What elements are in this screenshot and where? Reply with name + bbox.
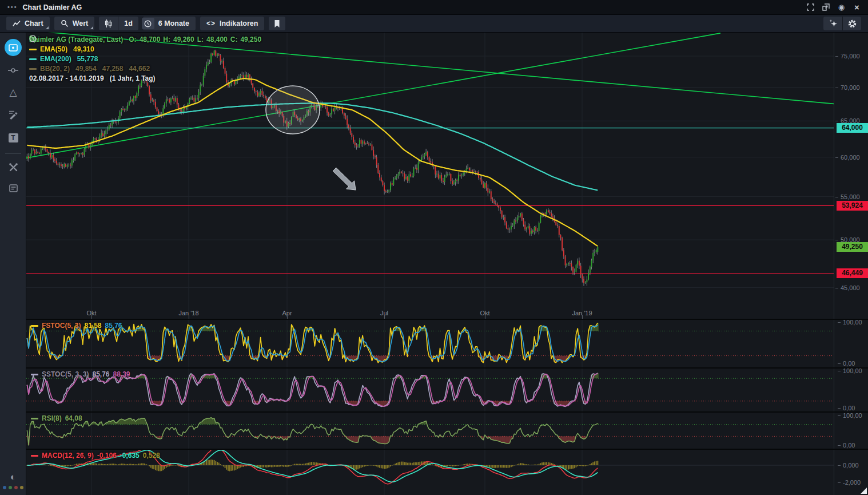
gear-icon [847, 19, 857, 29]
drawing-tools-sidebar: △ T ◐ [0, 33, 26, 495]
fstoc-panel[interactable]: 100,00 0,00 FSTOC(5, 3) 81,58 85,76 [26, 320, 868, 367]
clock-icon [142, 18, 154, 29]
price-tag: 64,000 [837, 123, 868, 133]
symbol-name: Daimler AG (Tradegate, Last) [29, 35, 123, 43]
bookmark-icon [274, 20, 280, 27]
window-titlebar: ••• Chart Daimler AG ◉ × [0, 0, 868, 15]
popout-icon[interactable] [822, 3, 830, 11]
shapes-tool-button[interactable]: △ [0, 88, 26, 97]
ema50-legend-row[interactable]: EMA(50)49,310 [29, 45, 261, 54]
price-tick-label: 75,000 [835, 53, 860, 60]
clock-icon [29, 35, 37, 42]
sstoc-canvas[interactable] [26, 369, 834, 411]
rsi-panel[interactable]: 100,00 0,00 RSI(8) 64,08 [26, 413, 868, 449]
chart-legend: Daimler AG (Tradegate, Last) O:48,700 H:… [29, 35, 261, 84]
candle-style-button[interactable] [99, 17, 118, 30]
workspace-dot-blue[interactable] [3, 486, 6, 489]
price-tag: 53,924 [837, 201, 868, 211]
price-tag-icon [9, 44, 18, 52]
search-icon [61, 19, 69, 27]
price-tag: 49,250 [837, 242, 868, 252]
line-chart-icon [13, 20, 21, 27]
fstoc-canvas[interactable] [26, 320, 834, 367]
sstoc-axis[interactable]: 100,00 0,00 [834, 369, 868, 411]
fstoc-legend[interactable]: FSTOC(5, 3) 81,58 85,76 [31, 322, 122, 330]
macd-legend[interactable]: MACD(12, 26, 9) -0,106 -0,635 0,528 [31, 452, 160, 460]
record-icon[interactable]: ◉ [838, 3, 845, 11]
workspace-dot-green[interactable] [9, 486, 12, 489]
rsi-legend[interactable]: RSI(8) 64,08 [31, 414, 82, 422]
ema50-swatch [29, 49, 37, 50]
interval-button[interactable]: 1d [118, 17, 138, 30]
symbol-legend-row[interactable]: Daimler AG (Tradegate, Last) O:48,700 H:… [29, 35, 261, 44]
ema200-legend-row[interactable]: EMA(200)55,778 [29, 54, 261, 64]
fstoc-swatch [31, 325, 38, 327]
sparkles-icon [829, 19, 838, 28]
tools-button[interactable] [0, 163, 26, 172]
ohlc-values: O:48,700 H:49,260 L:48,400 C:49,250 [129, 35, 261, 43]
close-icon[interactable]: × [853, 3, 861, 11]
layout-button[interactable] [0, 184, 26, 192]
highlight-circle-annotation [266, 86, 320, 134]
price-tick-label: 70,000 [835, 84, 860, 91]
bollinger-swatch [29, 68, 37, 70]
trendline-tool-button[interactable] [0, 66, 26, 74]
panel-list-icon [9, 184, 18, 192]
resize-grip[interactable] [861, 488, 867, 494]
price-axis[interactable]: 75,00070,00065,00060,00055,00050,00045,0… [834, 33, 868, 319]
chart-area: 75,00070,00065,00060,00055,00050,00045,0… [26, 33, 868, 495]
sstoc-panel[interactable]: 100,00 0,00 SSTOC(5, 3, 3) 85,76 88,39 [26, 369, 868, 411]
rsi-canvas[interactable] [26, 413, 834, 449]
macd-swatch [31, 455, 38, 457]
price-tick-label: 55,000 [835, 193, 860, 200]
chart-application-window: ••• Chart Daimler AG ◉ × Chart Wert 1d [0, 0, 868, 495]
window-menu-icon[interactable]: ••• [7, 3, 18, 10]
sstoc-swatch [31, 374, 38, 375]
price-tick-label: 45,000 [835, 284, 860, 291]
macd-panel[interactable]: 0,000 -2,000 MACD(12, 26, 9) -0,106 -0,6… [26, 450, 868, 495]
sstoc-legend[interactable]: SSTOC(5, 3, 3) 85,76 88,39 [31, 370, 130, 378]
sidebar-divider [5, 153, 21, 154]
wrench-icon [9, 163, 18, 172]
rsi-axis[interactable]: 100,00 0,00 [834, 413, 868, 449]
interval-group: 1d [99, 17, 138, 30]
theme-toggle-button[interactable]: ◐ [0, 472, 26, 482]
window-title: Chart Daimler AG [23, 3, 82, 11]
chart-toolbar: Chart Wert 1d 6 Monate <> Indikatoren [0, 15, 868, 33]
bollinger-legend-row[interactable]: BB(20, 2)49,854 47,25844,662 [29, 64, 261, 73]
toolbar-right-group [823, 17, 861, 30]
annotation-tool-button[interactable] [0, 110, 26, 120]
candlestick-icon [105, 19, 112, 28]
text-tool-icon: T [9, 133, 18, 142]
fstoc-axis[interactable]: 100,00 0,00 [834, 320, 868, 367]
period-button[interactable]: 6 Monate [143, 17, 196, 30]
indicators-button[interactable]: <> Indikatoren [200, 17, 264, 30]
workspace-dot-red[interactable] [14, 486, 18, 489]
magic-tools-button[interactable] [823, 17, 842, 30]
text-tool-button[interactable]: T [0, 133, 26, 142]
price-tag: 46,449 [837, 268, 868, 278]
bookmark-button[interactable] [269, 17, 285, 30]
chart-type-button[interactable]: Chart [6, 17, 50, 30]
settings-button[interactable] [842, 17, 861, 30]
rsi-swatch [31, 418, 38, 419]
code-icon: <> [206, 19, 216, 27]
workspace-dot-yellow[interactable] [20, 486, 23, 489]
date-range-row: 02.08.2017 - 14.01.2019 (1 Jahr, 1 Tag) [29, 74, 261, 83]
instrument-search-button[interactable]: Wert [54, 17, 95, 30]
fullscreen-icon[interactable] [807, 3, 814, 11]
arrow-annotation [333, 168, 356, 190]
active-chart-tool-button[interactable] [5, 39, 22, 56]
price-tick-label: 60,000 [835, 154, 860, 161]
price-panel[interactable]: 75,00070,00065,00060,00055,00050,00045,0… [26, 33, 868, 319]
ema200-swatch [29, 58, 37, 60]
